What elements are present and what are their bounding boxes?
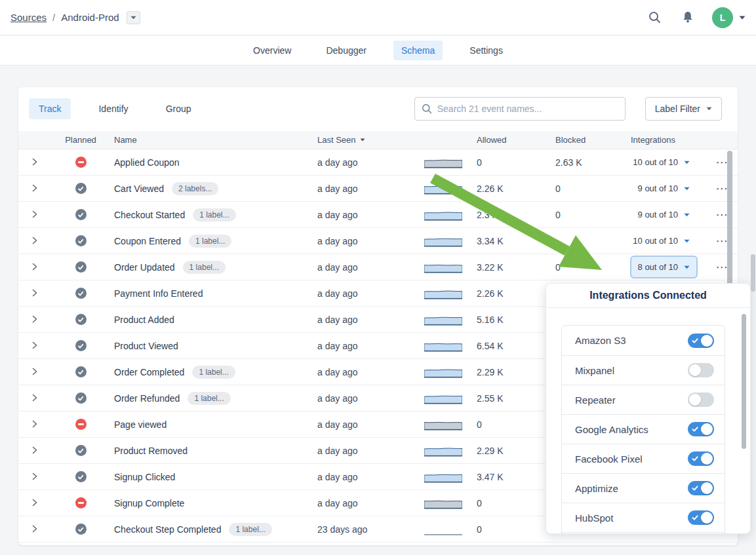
event-name[interactable]: Order Completed [114, 367, 184, 377]
planned-check-icon [75, 314, 87, 325]
toggle-mixpanel[interactable] [688, 363, 714, 377]
toggle-facebook-pixel[interactable] [688, 451, 714, 466]
chevron-right-icon[interactable] [32, 446, 37, 456]
integration-name: Google Analytics [575, 424, 648, 435]
labels-badge: 1 label... [189, 235, 231, 248]
allowed-value: 2.29 K [474, 446, 553, 456]
toggle-google-analytics[interactable] [688, 422, 714, 436]
toggle-hubspot[interactable] [688, 510, 714, 525]
chevron-right-icon[interactable] [32, 419, 37, 430]
search-input[interactable] [414, 97, 626, 121]
event-name[interactable]: Checkout Step Completed [114, 524, 221, 535]
last-seen-value: a day ago [307, 341, 412, 351]
page-scrollbar[interactable] [751, 254, 755, 292]
toggle-apptimize[interactable] [688, 481, 714, 495]
view-tab-track[interactable]: Track [29, 98, 71, 119]
toggle-knob [701, 335, 713, 347]
integrations-count: 8 out of 10 [638, 262, 678, 272]
blocked-value: 0 [553, 262, 625, 273]
chevron-right-icon[interactable] [32, 236, 37, 246]
view-tab-identify[interactable]: Identify [89, 98, 138, 119]
col-last-seen-sort[interactable]: Last Seen [307, 135, 412, 145]
col-last-seen-label: Last Seen [317, 135, 356, 145]
chevron-down-icon [684, 213, 690, 217]
integrations-dropdown[interactable]: 10 out of 10 [625, 229, 698, 252]
event-name[interactable]: Order Updated [114, 262, 175, 273]
account-menu-caret-icon[interactable] [739, 16, 746, 20]
toggle-amazon-s3[interactable] [688, 334, 714, 348]
avatar[interactable]: L [712, 7, 733, 28]
chevron-right-icon[interactable] [32, 315, 37, 325]
sparkline-chart [424, 471, 462, 483]
event-name[interactable]: Product Viewed [114, 341, 178, 351]
check-icon [692, 337, 698, 344]
chevron-right-icon[interactable] [32, 393, 37, 404]
label-filter-label: Label Filter [655, 104, 700, 114]
tab-schema[interactable]: Schema [393, 41, 443, 60]
breadcrumb: Sources / Android-Prod [10, 11, 140, 24]
event-name[interactable]: Signup Clicked [114, 472, 175, 482]
integrations-dropdown[interactable]: 9 out of 10 [630, 177, 698, 200]
integrations-popover: Integrations Connected Amazon S3Mixpanel… [546, 283, 751, 534]
event-name[interactable]: Coupon Entered [114, 236, 181, 246]
breadcrumb-separator: / [52, 12, 55, 23]
source-switcher-button[interactable] [127, 11, 140, 24]
event-name[interactable]: Page viewed [114, 419, 167, 430]
allowed-value: 3.22 K [474, 262, 553, 273]
table-row: Applied Coupona day ago02.63 K10 out of … [18, 149, 738, 176]
toggle-repeater[interactable] [688, 392, 714, 407]
event-name[interactable]: Signup Complete [114, 498, 184, 508]
integrations-dropdown[interactable]: 9 out of 10 [630, 203, 698, 226]
allowed-value: 3.47 K [474, 472, 553, 482]
event-name[interactable]: Product Removed [114, 446, 188, 456]
chevron-right-icon[interactable] [32, 183, 37, 194]
sparkline-chart [424, 366, 462, 378]
view-tab-group[interactable]: Group [156, 98, 201, 119]
chevron-right-icon[interactable] [32, 157, 37, 168]
chevron-down-icon [684, 239, 690, 243]
event-name[interactable]: Applied Coupon [114, 157, 180, 168]
popover-scrollbar[interactable] [742, 314, 746, 449]
integration-row: Amazon S3 [562, 326, 725, 355]
integrations-dropdown[interactable]: 10 out of 10 [625, 151, 698, 174]
tab-overview[interactable]: Overview [245, 41, 299, 60]
popover-title: Integrations Connected [546, 284, 750, 308]
integration-row: Google Analytics [562, 414, 725, 444]
last-seen-value: a day ago [307, 367, 412, 377]
tab-debugger[interactable]: Debugger [318, 41, 374, 60]
chevron-right-icon[interactable] [32, 498, 37, 508]
allowed-value: 2.26 K [474, 288, 553, 299]
toolbar: TrackIdentifyGroup Label Filter [29, 96, 722, 121]
event-name[interactable]: Product Added [114, 315, 174, 325]
notifications-bell-icon[interactable] [681, 10, 695, 25]
chevron-right-icon[interactable] [32, 472, 37, 482]
col-name: Name [110, 135, 307, 145]
event-name[interactable]: Payment Info Entered [114, 288, 203, 299]
chevron-down-icon [684, 265, 690, 269]
tab-settings[interactable]: Settings [462, 41, 511, 60]
planned-check-icon [75, 524, 87, 535]
search-icon[interactable] [647, 10, 662, 25]
chevron-right-icon[interactable] [32, 288, 37, 299]
chevron-right-icon[interactable] [32, 262, 37, 273]
event-name[interactable]: Order Refunded [114, 393, 180, 404]
labels-badge: 1 label... [192, 366, 235, 379]
event-name[interactable]: Checkout Started [114, 210, 185, 220]
event-name[interactable]: Cart Viewed [114, 183, 164, 194]
sparkline-chart [424, 288, 462, 299]
chevron-right-icon[interactable] [32, 210, 37, 220]
last-seen-value: a day ago [307, 446, 412, 456]
allowed-value: 0 [474, 157, 553, 168]
table-row: Order Updated1 label...a day ago3.22 K08… [18, 254, 738, 280]
chevron-right-icon[interactable] [32, 367, 37, 377]
chevron-right-icon[interactable] [32, 524, 37, 535]
last-seen-value: a day ago [307, 183, 412, 194]
chevron-right-icon[interactable] [32, 341, 37, 351]
integration-name: Facebook Pixel [575, 453, 643, 465]
label-filter-button[interactable]: Label Filter [645, 97, 722, 121]
planned-check-icon [75, 288, 87, 299]
breadcrumb-sources-link[interactable]: Sources [10, 12, 47, 23]
labels-badge: 2 labels... [172, 182, 218, 195]
integrations-dropdown[interactable]: 8 out of 10 [630, 256, 698, 278]
minus-icon [78, 502, 84, 504]
